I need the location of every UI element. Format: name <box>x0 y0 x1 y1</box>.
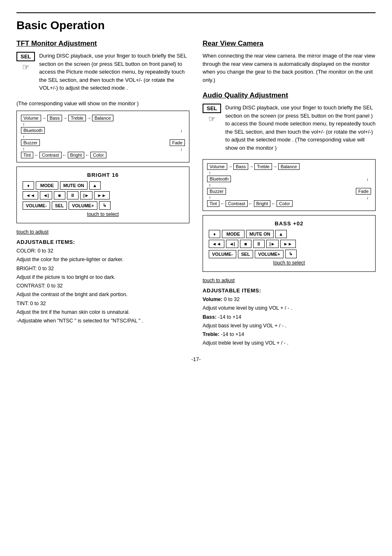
audio-panel-display: BASS +02 ♦ MODE MUTE ON ▲ ◄◄ ◄| ■ II |► … <box>203 215 376 272</box>
audio-touch-select-label: touch to select <box>209 260 369 266</box>
touch-select-label: touch to select <box>23 211 183 217</box>
tft-panel-row1: ♦ MODE MUTE ON ▲ <box>23 181 183 190</box>
audio-btn-mode[interactable]: MODE <box>222 230 244 238</box>
btn-sel[interactable]: SEL <box>52 202 67 210</box>
btn-pause[interactable]: II <box>67 191 78 199</box>
btn-eject[interactable]: ▲ <box>89 181 101 190</box>
audio-btn-eject[interactable]: ▲ <box>275 230 287 238</box>
tft-panel-row3: VOLUME- SEL VOLUME+ ↳ <box>23 201 183 210</box>
audio-adj-items: Volume: 0 to 32 Adjust volume level by u… <box>203 295 376 348</box>
tft-adj-items: COLOR: 0 to 32 Adjust the color for the … <box>16 247 189 325</box>
touch-adjust-label: touch to adjust <box>16 229 48 235</box>
btn-stop[interactable]: ■ <box>54 191 65 199</box>
tft-description2: (The corresponding value will show on th… <box>16 100 189 108</box>
audio-flow-contrast: Contrast <box>226 200 248 207</box>
audio-touch-adjust-label: touch to adjust <box>203 278 235 283</box>
audio-btn-vol-plus[interactable]: VOLUME+ <box>255 250 283 258</box>
audio-panel-row2: ◄◄ ◄| ■ II |► ►► <box>209 240 369 248</box>
audio-flow-buzzer: Buzzer <box>207 188 226 195</box>
audio-btn-stop[interactable]: ■ <box>240 240 251 248</box>
tft-description1: During DISC playback, use your finger to… <box>39 52 189 92</box>
audio-btn-prev[interactable]: ◄| <box>226 240 238 248</box>
audio-panel-row3: VOLUME- SEL VOLUME+ ↳ <box>209 250 369 258</box>
flow-bright: Bright <box>68 152 85 158</box>
audio-btn-pause[interactable]: II <box>253 240 265 248</box>
audio-btn-next[interactable]: |► <box>266 240 279 248</box>
audio-flow-volume: Volume <box>207 163 227 170</box>
flow-bass: Bass <box>47 115 62 121</box>
btn-prev[interactable]: ◄| <box>40 191 52 199</box>
tft-adj-heading: ADJUSTABLE ITEMS: <box>16 239 189 245</box>
audio-flow-bluetooth: Bluetooth <box>207 176 231 182</box>
btn-next[interactable]: |► <box>80 191 92 199</box>
tft-sel-block: SEL ☞ During DISC playback, use your fin… <box>16 52 189 95</box>
audio-flow-down-right: ↓ <box>367 176 369 181</box>
flow-up-arrow-2: ↑ <box>23 134 25 139</box>
sel-box: SEL <box>16 52 35 61</box>
audio-btn-rew[interactable]: ◄◄ <box>209 240 224 248</box>
audio-btn-sel[interactable]: SEL <box>238 250 253 258</box>
tft-flow-diagram: Volume → Bass → Treble → Balance ↑ Bluet… <box>16 111 189 162</box>
btn-back[interactable]: ↳ <box>99 201 111 210</box>
audio-flow-balance: Balance <box>278 163 300 170</box>
audio-sel-icons: SEL ☞ <box>203 104 221 123</box>
tft-panel-row2: ◄◄ ◄| ■ II |► ►► <box>23 191 183 199</box>
btn-diamond[interactable]: ♦ <box>23 181 34 190</box>
flow-buzzer: Buzzer <box>21 139 40 146</box>
btn-fwd[interactable]: ►► <box>94 191 110 199</box>
audio-description1: During DISC playback, use your finger to… <box>225 104 376 152</box>
audio-flow-color: Color <box>277 200 292 207</box>
audio-adj-heading: ADJUSTABLE ITEMS: <box>203 287 376 294</box>
page-number: -17- <box>16 356 376 362</box>
audio-flow-treble: Treble <box>254 163 272 170</box>
rear-section-heading: Rear View Camera <box>203 39 376 48</box>
rear-section-text: When connecting the rear view camera. th… <box>203 52 376 84</box>
flow-contrast: Contrast <box>39 152 62 158</box>
audio-flow-fade: Fade <box>356 188 371 195</box>
audio-panel-row1: ♦ MODE MUTE ON ▲ <box>209 230 369 238</box>
audio-flow-tint: Tint <box>207 200 219 207</box>
flow-balance: Balance <box>92 115 113 121</box>
audio-flow-up2: ↑ <box>209 183 211 188</box>
flow-tint: Tint <box>21 152 33 158</box>
finger-icon: ☞ <box>22 63 30 71</box>
tft-panel-display: BRIGHT 16 ♦ MODE MUTE ON ▲ ◄◄ ◄| ■ II |►… <box>16 167 189 223</box>
audio-btn-mute[interactable]: MUTE ON <box>246 230 274 238</box>
flow-treble: Treble <box>68 115 86 121</box>
left-column: TFT Monitor Adjustment SEL ☞ During DISC… <box>16 39 189 348</box>
right-column: Rear View Camera When connecting the rea… <box>203 39 376 348</box>
page-title: Basic Operation <box>16 12 376 32</box>
flow-volume: Volume <box>21 115 41 121</box>
audio-btn-diamond[interactable]: ♦ <box>209 230 220 238</box>
flow-fade: Fade <box>170 139 185 146</box>
btn-rew[interactable]: ◄◄ <box>23 191 38 199</box>
flow-bluetooth: Bluetooth <box>21 127 45 134</box>
audio-flow-bright: Bright <box>254 200 271 207</box>
audio-btn-vol-minus[interactable]: VOLUME- <box>209 250 236 258</box>
flow-up-arrow-3: ↑ <box>23 146 25 151</box>
flow-up-arrow-1: ↑ <box>23 122 25 127</box>
btn-mode[interactable]: MODE <box>36 181 58 190</box>
audio-sel-box: SEL <box>203 104 221 113</box>
audio-flow-diagram: Volume → Bass → Treble → Balance ↑ Bluet… <box>203 159 376 211</box>
audio-btn-back[interactable]: ↳ <box>285 250 297 258</box>
tft-section-heading: TFT Monitor Adjustment <box>16 39 189 48</box>
audio-flow-up1: ↑ <box>209 170 211 175</box>
tft-panel-title: BRIGHT 16 <box>23 172 183 178</box>
sel-icons: SEL ☞ <box>16 52 35 71</box>
btn-vol-plus[interactable]: VOLUME+ <box>69 202 97 210</box>
flow-down-arrow-right: ↓ <box>180 128 183 133</box>
btn-vol-minus[interactable]: VOLUME- <box>23 202 50 210</box>
audio-panel-title: BASS +02 <box>209 220 369 227</box>
flow-down-arrow-2: ↓ <box>180 146 183 151</box>
btn-mute-on[interactable]: MUTE ON <box>60 181 88 190</box>
audio-sel-block: SEL ☞ During DISC playback, use your fin… <box>203 104 376 155</box>
audio-flow-bass: Bass <box>233 163 248 170</box>
audio-finger-icon: ☞ <box>208 115 216 123</box>
audio-section-heading: Audio Quality Adjustment <box>203 91 376 100</box>
audio-flow-up3: ↑ <box>209 195 211 200</box>
flow-color: Color <box>90 152 106 158</box>
audio-btn-fwd[interactable]: ►► <box>280 240 296 248</box>
audio-flow-down2: ↓ <box>367 195 369 200</box>
